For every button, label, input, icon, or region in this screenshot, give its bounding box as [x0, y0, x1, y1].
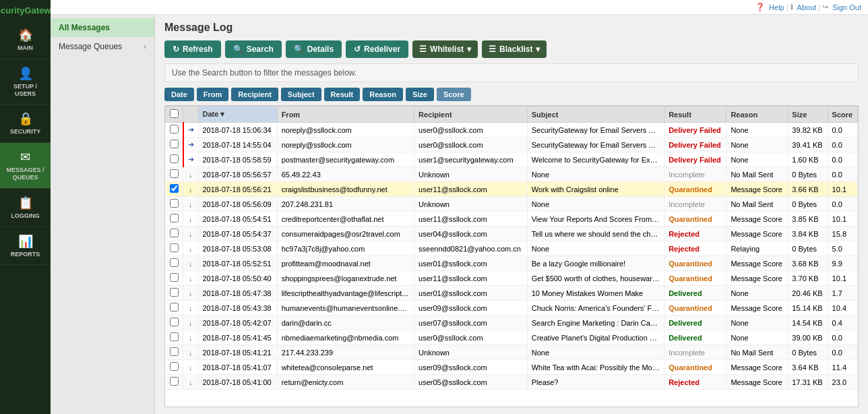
col-filter-result[interactable]: Result	[324, 88, 361, 101]
row-checkbox[interactable]	[170, 273, 179, 282]
row-checkbox[interactable]	[170, 258, 179, 267]
table-row[interactable]: ↓2018-07-18 05:56:09207.248.231.81Unknow…	[166, 197, 858, 212]
row-checkbox[interactable]	[170, 199, 179, 208]
row-checkbox[interactable]	[170, 332, 179, 341]
table-row[interactable]: ↓2018-07-18 05:52:51profitteam@moodnaval…	[166, 256, 858, 271]
search-button[interactable]: 🔍 Search	[225, 40, 282, 58]
row-reason: None	[726, 152, 788, 167]
row-checkbox[interactable]	[170, 140, 179, 148]
row-checkbox[interactable]	[170, 184, 179, 193]
row-checkbox[interactable]	[170, 229, 179, 237]
row-checkbox-cell	[166, 286, 183, 301]
row-checkbox[interactable]	[170, 318, 179, 326]
help-link[interactable]: Help	[769, 3, 784, 11]
table-row[interactable]: ↓2018-07-18 05:41:07whitetea@consolepars…	[166, 360, 858, 375]
col-filter-reason[interactable]: Reason	[363, 88, 403, 101]
message-table-wrapper[interactable]: Date ▾ From Recipient Subject Result Rea…	[164, 105, 859, 407]
table-row[interactable]: ↓2018-07-18 05:41:45nbmediaemarketing@nb…	[166, 330, 858, 345]
signout-link[interactable]: Sign Out	[832, 3, 861, 11]
row-subject: None	[527, 167, 664, 182]
table-row[interactable]: ➜2018-07-18 05:58:59postmaster@securityg…	[166, 152, 858, 167]
header-result[interactable]: Result	[664, 107, 726, 123]
sidebar-item-security[interactable]: 🔒 SECURITY	[0, 105, 51, 143]
row-checkbox[interactable]	[170, 303, 179, 312]
refresh-button[interactable]: ↻ Refresh	[164, 40, 221, 58]
col-filter-score[interactable]: Score	[437, 88, 471, 101]
row-date: 2018-07-18 05:58:59	[198, 152, 277, 167]
row-size: 3.84 KB	[788, 227, 828, 241]
row-checkbox[interactable]	[170, 214, 179, 223]
row-checkbox[interactable]	[170, 169, 179, 178]
table-row[interactable]: ↓2018-07-18 05:41:21217.44.233.239Unknow…	[166, 345, 858, 360]
blacklist-button[interactable]: ☰ Blacklist ▾	[482, 40, 547, 58]
sidebar-item-setup-users[interactable]: 👤 SETUP / USERS	[0, 59, 51, 105]
details-button[interactable]: 🔍 Details	[286, 40, 342, 58]
row-result: Rejected	[664, 227, 726, 241]
sidebar-item-main[interactable]: 🏠 MAIN	[0, 21, 51, 59]
row-reason: Message Score	[726, 256, 788, 271]
header-from[interactable]: From	[277, 107, 414, 123]
down-arrow-icon: ↓	[189, 171, 193, 179]
table-row[interactable]: ↓2018-07-18 05:42:07darin@darin.ccuser07…	[166, 316, 858, 330]
row-result: Incomplete	[664, 197, 726, 212]
col-filter-size[interactable]: Size	[406, 88, 434, 101]
header-recipient[interactable]: Recipient	[414, 107, 528, 123]
row-from: hc97a3j7c8j@yahoo.com	[277, 241, 414, 256]
whitelist-icon: ☰	[419, 45, 427, 54]
row-from: noreply@ssllock.com	[277, 138, 414, 152]
whitelist-button[interactable]: ☰ Whitelist ▾	[412, 40, 478, 58]
row-checkbox[interactable]	[170, 154, 179, 163]
row-checkbox-cell	[166, 212, 183, 227]
table-row[interactable]: ↓2018-07-18 05:54:51creditreportcenter@o…	[166, 212, 858, 227]
table-row[interactable]: ↓2018-07-18 05:43:38humanevents@humaneve…	[166, 301, 858, 316]
select-all-checkbox[interactable]	[170, 109, 179, 118]
table-row[interactable]: ↓2018-07-18 05:54:37consumeraidpages@osr…	[166, 227, 858, 241]
col-filter-recipient[interactable]: Recipient	[231, 88, 278, 101]
down-arrow-icon: ↓	[189, 363, 193, 372]
row-checkbox-cell	[166, 123, 183, 138]
row-size: 0 Bytes	[788, 345, 828, 360]
header-subject[interactable]: Subject	[527, 107, 664, 123]
table-row[interactable]: ↓2018-07-18 05:47:38lifescripthealthyadv…	[166, 286, 858, 301]
subnav-message-queues[interactable]: Message Queues ›	[51, 37, 154, 56]
about-link[interactable]: About	[797, 3, 817, 11]
row-checkbox[interactable]	[170, 125, 179, 134]
table-row[interactable]: ↓2018-07-18 05:56:21craigslistbusiness@t…	[166, 182, 858, 197]
table-row[interactable]: ➜2018-07-18 14:55:04noreply@ssllock.comu…	[166, 138, 858, 152]
row-icon-cell: ↓	[183, 360, 199, 375]
row-checkbox[interactable]	[170, 377, 179, 386]
table-row[interactable]: ➜2018-07-18 15:06:34noreply@ssllock.comu…	[166, 123, 858, 138]
details-icon: 🔍	[294, 45, 304, 54]
subnav-all-messages[interactable]: All Messages	[51, 18, 154, 37]
row-reason: None	[726, 123, 788, 138]
row-checkbox[interactable]	[170, 288, 179, 297]
down-arrow-icon: ↓	[189, 245, 193, 253]
envelope-icon: ✉	[20, 150, 30, 165]
redeliver-button[interactable]: ↺ Redeliver	[346, 40, 408, 58]
header-size[interactable]: Size	[788, 107, 828, 123]
table-row[interactable]: ↓2018-07-18 05:50:40shoppingsprees@logan…	[166, 271, 858, 286]
row-score: 15.8	[828, 227, 857, 241]
row-result: Rejected	[664, 375, 726, 390]
col-filter-date[interactable]: Date	[164, 88, 194, 101]
down-arrow-icon: ↓	[189, 349, 193, 357]
header-score[interactable]: Score	[828, 107, 857, 123]
col-filter-from[interactable]: From	[197, 88, 229, 101]
row-checkbox[interactable]	[170, 243, 179, 252]
row-checkbox[interactable]	[170, 362, 179, 371]
header-date[interactable]: Date ▾	[198, 107, 277, 123]
table-row[interactable]: ↓2018-07-18 05:41:00return@enicty.comuse…	[166, 375, 858, 390]
help-icon: ❓	[755, 3, 765, 11]
row-reason: None	[726, 138, 788, 152]
col-filter-subject[interactable]: Subject	[281, 88, 321, 101]
row-reason: None	[726, 316, 788, 330]
sidebar-item-messages-queues[interactable]: ✉ MESSAGES / QUEUES	[0, 143, 51, 189]
sidebar-item-reports[interactable]: 📊 REPORTS	[0, 227, 51, 266]
header-reason[interactable]: Reason	[726, 107, 788, 123]
sidebar-item-logging[interactable]: 📋 LOGGING	[0, 189, 51, 227]
row-result: Quarantined	[664, 212, 726, 227]
table-row[interactable]: ↓2018-07-18 05:56:5765.49.22.43UnknownNo…	[166, 167, 858, 182]
table-row[interactable]: ↓2018-07-18 05:53:08hc97a3j7c8j@yahoo.co…	[166, 241, 858, 256]
row-checkbox[interactable]	[170, 347, 179, 356]
row-subject: Creative Planet's Digital Production BuZ…	[527, 330, 664, 345]
